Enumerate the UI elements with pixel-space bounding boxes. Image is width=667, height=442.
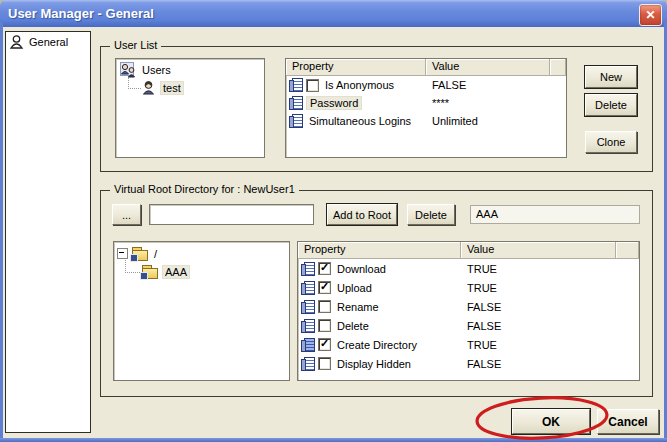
property-journal-icon: [301, 262, 315, 276]
rename-checkbox[interactable]: ✓: [318, 300, 331, 313]
permission-row-create-directory[interactable]: ✓ Create Directory TRUE: [298, 335, 639, 354]
property-value: ****: [426, 97, 449, 109]
permission-row-download[interactable]: ✓ Download TRUE: [298, 259, 639, 278]
user-manager-window: User Manager - General ✕ General User Li…: [0, 0, 667, 442]
property-value: TRUE: [461, 282, 497, 294]
property-label: Create Directory: [334, 339, 420, 351]
delete-user-button[interactable]: Delete: [585, 94, 637, 116]
permissions-property-list: Property Value ✓ Download TRUE ✓ Upload …: [297, 241, 640, 381]
property-row-is-anonymous[interactable]: ✓ Is Anonymous FALSE: [286, 76, 566, 94]
shared-folder-icon: [131, 246, 149, 261]
property-journal-icon: [301, 338, 315, 352]
selected-root-field: AAA: [470, 205, 640, 224]
property-label: Is Anonymous: [322, 79, 397, 91]
property-label: Password: [306, 96, 362, 110]
property-label: Simultaneous Logins: [306, 115, 414, 127]
tree-label-root: /: [152, 248, 159, 260]
property-label: Rename: [334, 301, 382, 313]
tree-item-test[interactable]: test: [140, 80, 184, 96]
property-value: Unlimited: [426, 115, 478, 127]
tree-label-test: test: [160, 81, 184, 95]
property-label: Upload: [334, 282, 375, 294]
property-journal-icon: [289, 78, 303, 92]
shared-folder-icon: [141, 264, 159, 279]
window-border-bottom: [0, 438, 667, 442]
property-value: FALSE: [461, 358, 501, 370]
property-row-simultaneous-logins[interactable]: ✓ Simultaneous Logins Unlimited: [286, 112, 566, 130]
sidebar: General: [5, 31, 91, 433]
sidebar-item-general[interactable]: General: [6, 32, 90, 52]
create-directory-checkbox[interactable]: ✓: [318, 338, 331, 351]
tree-item-users[interactable]: Users: [120, 62, 173, 78]
column-header-filler: [616, 242, 639, 259]
column-header-property[interactable]: Property: [286, 59, 426, 76]
property-label: Delete: [334, 320, 372, 332]
property-journal-icon: [301, 300, 315, 314]
property-label: Display Hidden: [334, 358, 414, 370]
close-icon: ✕: [645, 9, 655, 21]
user-tree[interactable]: Users test: [115, 58, 265, 158]
property-cell: ✓ Delete: [298, 319, 461, 333]
cancel-button[interactable]: Cancel: [597, 409, 659, 434]
column-header-value[interactable]: Value: [426, 59, 550, 76]
property-list-header: Property Value: [298, 242, 639, 259]
column-header-value[interactable]: Value: [461, 242, 616, 259]
property-journal-icon: [301, 319, 315, 333]
property-journal-icon: [289, 96, 303, 110]
is-anonymous-checkbox[interactable]: ✓: [306, 79, 319, 92]
virtual-root-group-label: Virtual Root Directory for : NewUser1: [110, 183, 299, 195]
delete-root-button[interactable]: Delete: [407, 204, 455, 225]
user-property-list: Property Value ✓ Is Anonymous FALSE ✓ Pa…: [285, 58, 567, 158]
permission-row-upload[interactable]: ✓ Upload TRUE: [298, 278, 639, 297]
tree-label-aaa: AAA: [162, 265, 190, 279]
users-group-icon: [120, 62, 137, 78]
property-label: Download: [334, 263, 389, 275]
column-header-property[interactable]: Property: [298, 242, 461, 259]
path-input[interactable]: [149, 204, 314, 225]
property-cell: ✓ Create Directory: [298, 338, 461, 352]
display-hidden-checkbox[interactable]: ✓: [318, 357, 331, 370]
property-cell: ✓ Rename: [298, 300, 461, 314]
property-journal-icon: [289, 114, 303, 128]
folder-tree[interactable]: / AAA: [113, 241, 290, 381]
tree-label-users: Users: [140, 64, 173, 76]
titlebar[interactable]: User Manager - General ✕: [0, 0, 667, 27]
property-cell: ✓ Password: [286, 96, 426, 110]
clone-button[interactable]: Clone: [585, 131, 637, 153]
new-button[interactable]: New: [585, 66, 637, 88]
delete-checkbox[interactable]: ✓: [318, 319, 331, 332]
property-value: FALSE: [426, 79, 466, 91]
property-row-password[interactable]: ✓ Password ****: [286, 94, 566, 112]
property-cell: ✓ Upload: [298, 281, 461, 295]
property-cell: ✓ Simultaneous Logins: [286, 114, 426, 128]
property-journal-icon: [301, 281, 315, 295]
column-header-filler: [550, 59, 566, 76]
sidebar-item-label: General: [29, 36, 68, 48]
window-border-left: [0, 22, 3, 442]
user-list-group-label: User List: [110, 39, 161, 51]
download-checkbox[interactable]: ✓: [318, 262, 331, 275]
property-cell: ✓ Is Anonymous: [286, 78, 426, 92]
upload-checkbox[interactable]: ✓: [318, 281, 331, 294]
property-value: FALSE: [461, 301, 501, 313]
close-button[interactable]: ✕: [639, 4, 662, 26]
permission-row-display-hidden[interactable]: ✓ Display Hidden FALSE: [298, 354, 639, 373]
add-to-root-button[interactable]: Add to Root: [327, 204, 397, 225]
property-value: FALSE: [461, 320, 501, 332]
collapse-icon[interactable]: [117, 248, 128, 259]
person-icon: [8, 34, 25, 50]
window-title: User Manager - General: [8, 6, 154, 21]
property-list-header: Property Value: [286, 59, 566, 76]
tree-item-root[interactable]: /: [117, 246, 159, 261]
property-cell: ✓ Display Hidden: [298, 357, 461, 371]
permission-row-rename[interactable]: ✓ Rename FALSE: [298, 297, 639, 316]
ok-button[interactable]: OK: [512, 409, 590, 434]
property-value: TRUE: [461, 263, 497, 275]
browse-button[interactable]: ...: [112, 204, 141, 225]
property-value: TRUE: [461, 339, 497, 351]
permission-row-delete[interactable]: ✓ Delete FALSE: [298, 316, 639, 335]
user-bust-icon: [140, 80, 157, 96]
property-cell: ✓ Download: [298, 262, 461, 276]
tree-item-aaa[interactable]: AAA: [141, 264, 190, 279]
property-journal-icon: [301, 357, 315, 371]
